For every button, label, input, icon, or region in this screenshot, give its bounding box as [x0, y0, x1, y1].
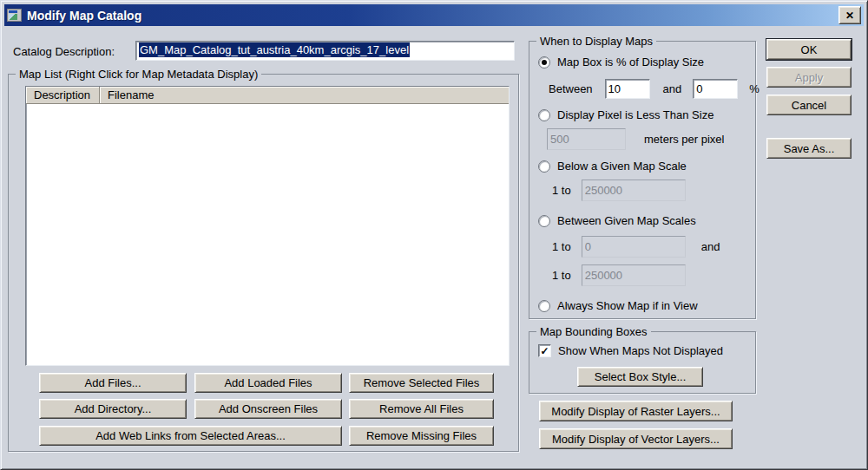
radio-always-show-map[interactable]	[538, 300, 550, 312]
radio-always-show-map-label: Always Show Map if in View	[557, 299, 698, 312]
between-scales-max-input	[582, 264, 686, 286]
apply-button: Apply	[766, 67, 852, 88]
window-title: Modify Map Catalog	[27, 9, 838, 23]
map-bounding-boxes-group: Map Bounding Boxes ✓ Show When Maps Not …	[529, 331, 756, 394]
radio-between-map-scales-label: Between Given Map Scales	[557, 214, 696, 227]
radio-display-pixel-size[interactable]	[538, 109, 550, 121]
radio-display-pixel-size-label: Display Pixel is Less Than Size	[557, 108, 713, 121]
catalog-description-selected-text: GM_Map_Catalog_tut_austria_40km_arcgis_1…	[139, 42, 410, 57]
map-list-table[interactable]: Description Filename	[25, 86, 510, 366]
checkmark-icon: ✓	[540, 346, 549, 356]
modify-vector-layers-button[interactable]: Modify Display of Vector Layers...	[539, 428, 733, 449]
cancel-button[interactable]: Cancel	[766, 95, 852, 115]
between-scales-min-input	[582, 236, 686, 258]
below-scale-prefix-label: 1 to	[552, 184, 571, 197]
column-header-description[interactable]: Description	[26, 87, 100, 104]
percent-max-input[interactable]	[693, 79, 738, 99]
radio-below-map-scale-label: Below a Given Map Scale	[557, 160, 687, 173]
modify-raster-layers-button[interactable]: Modify Display of Raster Layers...	[539, 401, 733, 421]
when-to-display-group: When to Display Maps Map Box is % of Dis…	[529, 41, 756, 319]
add-directory-button[interactable]: Add Directory...	[39, 399, 187, 419]
show-when-not-displayed-label: Show When Maps Not Displayed	[558, 344, 723, 357]
column-header-filename[interactable]: Filename	[100, 87, 509, 104]
add-files-button[interactable]: Add Files...	[39, 373, 187, 393]
title-bar[interactable]: Modify Map Catalog ✕	[4, 4, 864, 26]
map-list-group-label: Map List (Right Click for Map Metadata D…	[16, 68, 261, 81]
app-icon	[7, 9, 22, 22]
percent-sign-label: %	[749, 82, 760, 95]
add-onscreen-files-button[interactable]: Add Onscreen Files	[194, 399, 342, 419]
select-box-style-button[interactable]: Select Box Style...	[577, 367, 703, 387]
between-scales-and-label: and	[701, 240, 720, 253]
between-scales-prefix2-label: 1 to	[552, 269, 571, 282]
radio-map-box-percent-label: Map Box is % of Display Size	[557, 55, 704, 69]
map-list-header-row: Description Filename	[26, 87, 509, 104]
show-when-not-displayed-checkbox[interactable]: ✓	[538, 344, 551, 357]
between-scales-prefix1-label: 1 to	[552, 240, 571, 253]
below-scale-input	[582, 180, 686, 201]
map-bounding-boxes-group-label: Map Bounding Boxes	[536, 325, 651, 338]
radio-below-map-scale[interactable]	[538, 160, 550, 173]
close-icon[interactable]: ✕	[838, 6, 861, 24]
catalog-description-label: Catalog Description:	[13, 45, 115, 58]
ok-button[interactable]: OK	[766, 39, 852, 60]
add-web-links-button[interactable]: Add Web Links from Selected Areas...	[39, 426, 342, 446]
meters-per-pixel-label: meters per pixel	[644, 133, 724, 146]
between-label: Between	[549, 82, 593, 95]
add-loaded-files-button[interactable]: Add Loaded Files	[194, 373, 342, 393]
map-list-group: Map List (Right Click for Map Metadata D…	[8, 74, 519, 452]
remove-selected-files-button[interactable]: Remove Selected Files	[349, 373, 494, 393]
remove-missing-files-button[interactable]: Remove Missing Files	[349, 426, 494, 446]
percent-min-input[interactable]	[605, 79, 650, 99]
meters-per-pixel-input	[547, 128, 626, 150]
radio-between-map-scales[interactable]	[538, 215, 550, 227]
catalog-description-input[interactable]: GM_Map_Catalog_tut_austria_40km_arcgis_1…	[135, 41, 515, 61]
percent-and-label: and	[663, 82, 682, 95]
radio-map-box-percent[interactable]	[538, 56, 550, 69]
remove-all-files-button[interactable]: Remove All Files	[349, 399, 494, 419]
when-to-display-group-label: When to Display Maps	[536, 35, 656, 48]
save-as-button[interactable]: Save As...	[766, 138, 852, 159]
modify-map-catalog-dialog: Modify Map Catalog ✕ Catalog Description…	[0, 0, 868, 470]
